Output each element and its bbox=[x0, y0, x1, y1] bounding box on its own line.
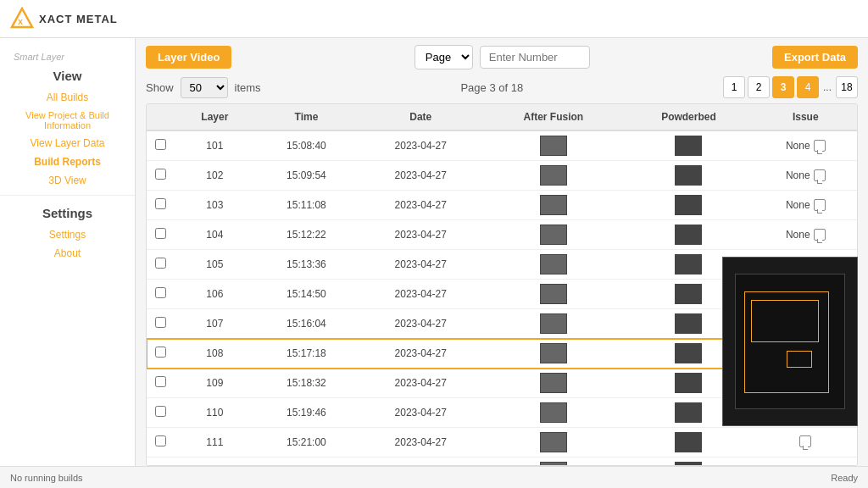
show-label: Show bbox=[146, 81, 174, 94]
row-checkbox[interactable] bbox=[155, 287, 166, 298]
cell-after-fusion[interactable] bbox=[483, 220, 623, 250]
layer-video-button[interactable]: Layer Video bbox=[146, 46, 231, 69]
row-checkbox-cell bbox=[147, 309, 175, 339]
row-checkbox[interactable] bbox=[155, 169, 166, 180]
cell-powderbed[interactable] bbox=[623, 428, 754, 458]
page-btn-3[interactable]: 3 bbox=[772, 76, 794, 98]
sidebar-item-about[interactable]: About bbox=[0, 244, 135, 263]
row-checkbox-cell bbox=[147, 161, 175, 191]
page-number-input[interactable] bbox=[480, 46, 590, 69]
sidebar-item-all-builds[interactable]: All Builds bbox=[0, 88, 135, 107]
powderbed-thumbnail[interactable] bbox=[675, 402, 702, 423]
cell-powderbed[interactable] bbox=[623, 161, 754, 191]
powderbed-thumbnail[interactable] bbox=[675, 254, 702, 274]
powderbed-thumbnail[interactable] bbox=[675, 195, 702, 215]
powderbed-thumbnail[interactable] bbox=[675, 165, 702, 186]
row-checkbox[interactable] bbox=[155, 347, 166, 358]
cell-after-fusion[interactable] bbox=[483, 369, 623, 398]
cell-powderbed[interactable] bbox=[623, 220, 754, 250]
controls-row: Show 50 25 100 items Page 3 of 18 1 2 3 … bbox=[146, 76, 858, 98]
chat-icon[interactable] bbox=[799, 465, 811, 467]
after-fusion-thumbnail[interactable] bbox=[540, 462, 567, 466]
cell-layer: 103 bbox=[175, 191, 255, 220]
cell-after-fusion[interactable] bbox=[483, 250, 623, 280]
cell-after-fusion[interactable] bbox=[483, 130, 623, 161]
preview-image bbox=[735, 274, 845, 409]
cell-powderbed[interactable] bbox=[623, 458, 754, 467]
cell-after-fusion[interactable] bbox=[483, 398, 623, 428]
powderbed-thumbnail[interactable] bbox=[675, 284, 702, 304]
after-fusion-thumbnail[interactable] bbox=[540, 373, 567, 393]
cell-after-fusion[interactable] bbox=[483, 309, 623, 339]
cell-after-fusion[interactable] bbox=[483, 458, 623, 467]
table-row: 10115:08:402023-04-27None bbox=[147, 130, 857, 161]
powderbed-thumbnail[interactable] bbox=[675, 343, 702, 363]
items-per-page-select[interactable]: 50 25 100 bbox=[181, 77, 228, 98]
export-data-button[interactable]: Export Data bbox=[772, 46, 858, 69]
after-fusion-thumbnail[interactable] bbox=[540, 136, 567, 156]
page-btn-18[interactable]: 18 bbox=[836, 76, 858, 98]
content-area: Layer Video Page Export Data Show 50 25 … bbox=[136, 38, 868, 466]
cell-date: 2023-04-27 bbox=[358, 309, 483, 339]
row-checkbox[interactable] bbox=[155, 406, 166, 417]
cell-date: 2023-04-27 bbox=[358, 428, 483, 458]
chat-icon[interactable] bbox=[814, 229, 826, 241]
after-fusion-thumbnail[interactable] bbox=[540, 165, 567, 186]
sidebar-item-settings[interactable]: Settings bbox=[0, 225, 135, 244]
cell-layer: 110 bbox=[175, 398, 255, 428]
cell-after-fusion[interactable] bbox=[483, 161, 623, 191]
cell-after-fusion[interactable] bbox=[483, 339, 623, 369]
issue-cell: None bbox=[763, 169, 849, 181]
sidebar-item-view-layer-data[interactable]: View Layer Data bbox=[0, 134, 135, 152]
view-heading: View bbox=[0, 64, 135, 88]
powderbed-thumbnail[interactable] bbox=[675, 313, 702, 334]
after-fusion-thumbnail[interactable] bbox=[540, 254, 567, 274]
cell-after-fusion[interactable] bbox=[483, 280, 623, 309]
col-issue: Issue bbox=[754, 104, 857, 130]
row-checkbox[interactable] bbox=[155, 139, 166, 150]
after-fusion-thumbnail[interactable] bbox=[540, 225, 567, 245]
row-checkbox[interactable] bbox=[155, 435, 166, 446]
powderbed-thumbnail[interactable] bbox=[675, 225, 702, 245]
cell-after-fusion[interactable] bbox=[483, 428, 623, 458]
chat-icon[interactable] bbox=[799, 435, 811, 447]
cell-powderbed[interactable] bbox=[623, 191, 754, 220]
after-fusion-thumbnail[interactable] bbox=[540, 284, 567, 304]
powderbed-thumbnail[interactable] bbox=[675, 136, 702, 156]
cell-date: 2023-04-27 bbox=[358, 398, 483, 428]
row-checkbox[interactable] bbox=[155, 258, 166, 269]
after-fusion-thumbnail[interactable] bbox=[540, 313, 567, 334]
cell-time: 15:21:00 bbox=[255, 428, 358, 458]
row-checkbox-cell bbox=[147, 280, 175, 309]
row-checkbox[interactable] bbox=[155, 198, 166, 209]
page-btn-2[interactable]: 2 bbox=[748, 76, 770, 98]
powderbed-thumbnail[interactable] bbox=[675, 432, 702, 452]
cell-time: 15:17:18 bbox=[255, 339, 358, 369]
row-checkbox[interactable] bbox=[155, 317, 166, 328]
sidebar-item-build-reports[interactable]: Build Reports bbox=[0, 152, 135, 171]
powderbed-thumbnail[interactable] bbox=[675, 373, 702, 393]
row-checkbox[interactable] bbox=[155, 228, 166, 239]
cell-powderbed[interactable] bbox=[623, 130, 754, 161]
row-checkbox[interactable] bbox=[155, 465, 166, 466]
after-fusion-thumbnail[interactable] bbox=[540, 402, 567, 423]
chat-icon[interactable] bbox=[814, 199, 826, 211]
after-fusion-thumbnail[interactable] bbox=[540, 432, 567, 452]
chat-icon[interactable] bbox=[814, 169, 826, 181]
cell-issue: None bbox=[754, 130, 857, 161]
sidebar-item-view-project[interactable]: View Project & Build Information bbox=[0, 107, 135, 134]
sidebar-item-3d-view[interactable]: 3D View bbox=[0, 171, 135, 190]
cell-after-fusion[interactable] bbox=[483, 191, 623, 220]
row-checkbox[interactable] bbox=[155, 376, 166, 387]
chat-icon[interactable] bbox=[814, 140, 826, 152]
after-fusion-thumbnail[interactable] bbox=[540, 195, 567, 215]
logo-text: XACT METAL bbox=[39, 13, 118, 25]
xact-metal-logo-icon: X bbox=[10, 7, 34, 30]
row-checkbox-cell bbox=[147, 369, 175, 398]
page-select[interactable]: Page bbox=[415, 45, 473, 69]
page-btn-1[interactable]: 1 bbox=[723, 76, 745, 98]
powderbed-thumbnail[interactable] bbox=[675, 462, 702, 466]
cell-layer: 108 bbox=[175, 339, 255, 369]
after-fusion-thumbnail[interactable] bbox=[540, 343, 567, 363]
page-btn-4[interactable]: 4 bbox=[797, 76, 819, 98]
